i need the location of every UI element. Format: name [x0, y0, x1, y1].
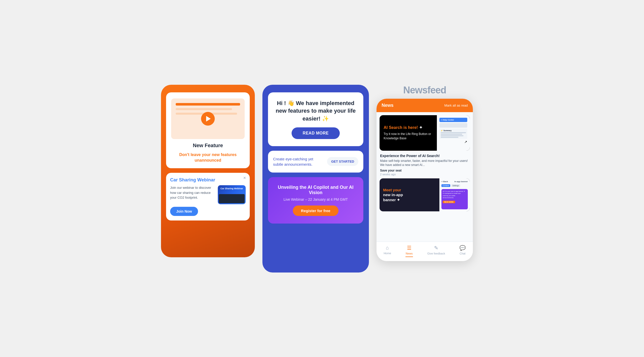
- help-line-2: [441, 134, 462, 135]
- news-icon: ☰: [407, 245, 412, 251]
- feature-subtitle: Don't leave your new features unannounce…: [171, 152, 245, 163]
- home-icon: ⌂: [386, 245, 389, 251]
- feature-title: New Feature: [193, 143, 223, 148]
- home-label: Home: [384, 252, 391, 255]
- ai-time: 2 weeks ago: [380, 173, 469, 176]
- nav-home[interactable]: ⌂ Home: [384, 245, 391, 257]
- in-app-readmore: READ MORE: [443, 201, 455, 203]
- webinar-text: Join our webinar to discover how car sha…: [170, 185, 215, 200]
- phone-frame-1: New Feature Don't leave your new feature…: [161, 85, 255, 257]
- nav-active-indicator: [405, 257, 413, 257]
- webinar-image: Car Sharing Webinar: [218, 185, 246, 204]
- chat-label: Chat: [460, 252, 466, 255]
- ai-search-title: AI Search is here! ✦: [384, 125, 433, 130]
- phone-3-wrapper: Newsfeed News Mark all as read AI Search…: [377, 85, 473, 261]
- back-label: < Back: [441, 180, 448, 183]
- cursor-icon: ↗: [464, 140, 467, 144]
- chat-icon: 💬: [459, 245, 466, 251]
- news-card2-right: < Back in-app banner Content Settings Hi…: [439, 178, 470, 211]
- in-app-header: < Back in-app banner: [441, 180, 468, 183]
- help-summary: ⚡ Summary: [439, 129, 467, 139]
- meet-banner-text: Meet your new in-app banner ✦: [383, 188, 436, 202]
- play-button[interactable]: [201, 112, 215, 126]
- meet-label: Meet your: [383, 188, 401, 192]
- in-app-banner-card: Meet your new in-app banner ✦ < Back in-…: [380, 178, 470, 211]
- close-icon[interactable]: ✕: [243, 176, 246, 180]
- main-container: New Feature Don't leave your new feature…: [161, 85, 483, 273]
- webinar-laptop-icon: [219, 194, 245, 203]
- settings-tab[interactable]: Settings: [451, 184, 460, 187]
- ai-desc-title: Experience the Power of AI Search!: [380, 154, 469, 158]
- video-bar-top: [176, 103, 240, 106]
- webinar2-subtitle: Live Webinar – 22 January at 4 PM GMT: [283, 197, 348, 201]
- register-button[interactable]: Register for free: [293, 206, 338, 216]
- help-search-bar: [439, 123, 467, 128]
- newsfeed-title: Newsfeed: [403, 85, 446, 96]
- video-thumbnail: [171, 98, 245, 139]
- read-more-button[interactable]: READ MORE: [292, 127, 340, 139]
- in-app-banner-label: in-app banner: [454, 180, 468, 183]
- webinar-body: Join our webinar to discover how car sha…: [170, 185, 246, 204]
- announcement-card: Hi ! 👋 We have implemented new features …: [268, 92, 363, 146]
- new-inapp-label: new in-app: [383, 193, 403, 197]
- banner-label: banner ✦: [383, 198, 400, 202]
- help-line-1: [441, 132, 466, 133]
- nav-feedback[interactable]: ✎ Give feedback: [427, 245, 445, 257]
- ai-desc-text: Make self-help smarter, faster, and more…: [380, 159, 469, 167]
- feature-card: New Feature Don't leave your new feature…: [166, 92, 250, 168]
- news-card-inner: AI Search is here! ✦ Try it now in the L…: [380, 115, 470, 151]
- ai-save-seat: Save your seat: [380, 169, 469, 172]
- announcement-text: Hi ! 👋 We have implemented new features …: [274, 99, 357, 123]
- help-center-bar: < Help Center: [439, 118, 467, 122]
- webinar2-title: Unveiling the AI Copilot and Our AI Visi…: [274, 185, 357, 195]
- news-description: Experience the Power of AI Search! Make …: [377, 154, 473, 176]
- news-card-left: AI Search is here! ✦ Try it now in the L…: [380, 115, 437, 151]
- webinar-img-title: Car Sharing Webinar: [219, 187, 244, 190]
- news-card2-left: Meet your new in-app banner ✦: [380, 178, 439, 211]
- mark-all-read-button[interactable]: Mark all as read: [444, 104, 468, 107]
- news-card-right: < Help Center ⚡ Summary: [437, 115, 470, 151]
- feedback-label: Give feedback: [427, 252, 445, 255]
- nav-news[interactable]: ☰ News: [405, 245, 413, 257]
- news-header-title: News: [382, 103, 393, 108]
- subtle-card: Create eye-catching yet subtle announcem…: [268, 151, 363, 173]
- help-line-4: [441, 137, 458, 138]
- help-summary-lines: [441, 132, 466, 138]
- news-body: AI Search is here! ✦ Try it now in the L…: [377, 112, 473, 242]
- get-started-button[interactable]: GET STARTED: [327, 157, 358, 166]
- news-header: News Mark all as read: [377, 99, 473, 112]
- phone-frame-3: News Mark all as read AI Search is here!…: [377, 99, 473, 261]
- ai-sparkle: ✦: [419, 125, 422, 130]
- phone-frame-2: Hi ! 👋 We have implemented new features …: [262, 85, 369, 273]
- webinar-title: Car Sharing Webinar: [170, 177, 246, 183]
- feedback-icon: ✎: [434, 245, 438, 251]
- webinar-banner-card: Unveiling the AI Copilot and Our AI Visi…: [268, 177, 363, 224]
- subtle-text: Create eye-catching yet subtle announcem…: [273, 156, 323, 167]
- join-now-button[interactable]: Join Now: [170, 207, 198, 216]
- in-app-tabs: Content Settings: [441, 184, 468, 187]
- play-icon: [206, 116, 211, 122]
- in-app-preview-text: Hi! I'm your new in-app banner ✦ I'm des…: [443, 190, 467, 199]
- help-line-3: [441, 135, 463, 136]
- webinar-card: ✕ Car Sharing Webinar Join our webinar t…: [166, 173, 250, 220]
- help-summary-title: ⚡ Summary: [441, 130, 466, 132]
- content-tab[interactable]: Content: [441, 184, 450, 187]
- ai-search-subtitle: Try it now in the Life Ring Button or Kn…: [384, 132, 433, 141]
- nav-chat[interactable]: 💬 Chat: [459, 245, 466, 257]
- video-bar-mid: [176, 108, 232, 110]
- in-app-preview: Hi! I'm your new in-app banner ✦ I'm des…: [441, 189, 468, 209]
- help-center-label: < Help Center: [441, 119, 454, 121]
- ai-search-news-card: AI Search is here! ✦ Try it now in the L…: [380, 115, 470, 151]
- bottom-navigation: ⌂ Home ☰ News ✎ Give feedback 💬 Chat: [377, 242, 473, 261]
- news-label: News: [406, 252, 413, 255]
